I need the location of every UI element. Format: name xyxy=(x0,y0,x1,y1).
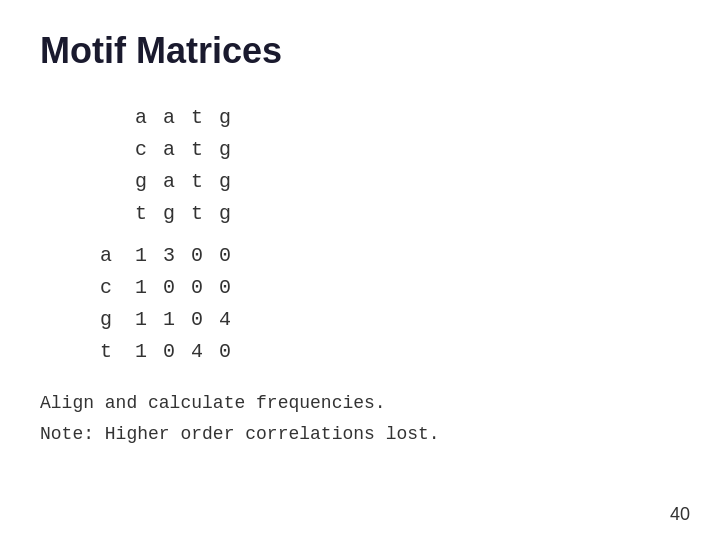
row-label-a: a xyxy=(100,240,135,272)
table-row: 1 0 4 0 xyxy=(135,336,247,368)
table-row: 1 1 0 4 xyxy=(135,304,247,336)
notes-section: Align and calculate frequencies. Note: H… xyxy=(40,388,680,449)
note-line-1: Align and calculate frequencies. xyxy=(40,388,680,419)
col-header-block: a a t g c a t g g a t g t g t g xyxy=(135,102,680,230)
page-title: Motif Matrices xyxy=(40,30,680,72)
note-line-2: Note: Higher order correlations lost. xyxy=(40,419,680,450)
col-header-row-4: t g t g xyxy=(135,198,680,230)
row-label-g: g xyxy=(100,304,135,336)
page-number: 40 xyxy=(670,504,690,525)
page-container: Motif Matrices a a t g c a t g g a t g xyxy=(0,0,720,540)
col-header-row-1: a a t g xyxy=(135,102,680,134)
row-labels: a c g t xyxy=(100,240,135,368)
col-header-row-3: g a t g xyxy=(135,166,680,198)
row-label-c: c xyxy=(100,272,135,304)
data-rows: 1 3 0 0 1 0 0 0 1 1 0 4 1 xyxy=(135,240,247,368)
table-row: 1 3 0 0 xyxy=(135,240,247,272)
row-label-t: t xyxy=(100,336,135,368)
table-row: 1 0 0 0 xyxy=(135,272,247,304)
matrix-header-section: a a t g c a t g g a t g t g t g xyxy=(100,102,680,368)
col-header-row-2: c a t g xyxy=(135,134,680,166)
data-section: a c g t 1 3 0 0 1 0 0 0 1 xyxy=(100,240,680,368)
